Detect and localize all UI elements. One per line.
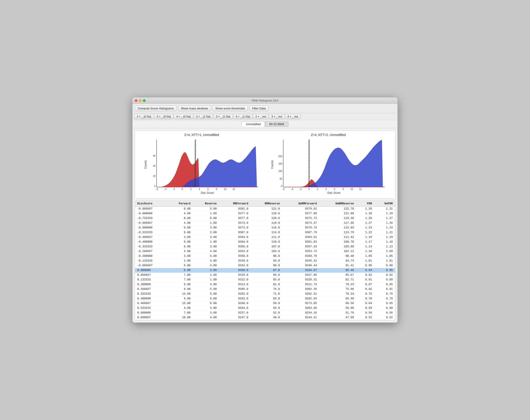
cell-20-7: 0.64 [356, 301, 374, 306]
tab-4plus-0da[interactable]: 4 + _ {0 Da} [174, 114, 193, 119]
table-row[interactable]: 0.2000009.004.009313.081.09311.7479.230.… [135, 282, 395, 287]
cell-10-8: 1.05 [374, 254, 395, 259]
table-row[interactable]: -0.0666676.004.009342.090.09340.4491.410… [135, 263, 395, 268]
cell-7-5: 9361.03 [282, 240, 319, 244]
tab-2plus-0da[interactable]: 2 + _ {0 Da} [134, 114, 154, 119]
cell-6-5: 9364.52 [282, 235, 319, 240]
cell-10-3: 9350.0 [219, 254, 250, 259]
close-button[interactable] [135, 99, 137, 102]
table-row[interactable]: 0.46666715.006.009268.059.09273.0560.560… [135, 301, 395, 306]
cell-18-2: 5.00 [193, 292, 219, 296]
svg-text:4: 4 [325, 188, 327, 190]
table-row[interactable]: 0.2666678.005.009305.076.09302.3575.060.… [135, 287, 395, 292]
cell-16-2: 4.00 [193, 282, 219, 287]
table-row[interactable]: -0.6000000.003.009373.0116.09370.74115.8… [135, 225, 395, 230]
tabs-row: 2 + _ {0 Da} 3 + _ {0 Da} 4 + _ {0 Da} 2… [132, 113, 398, 120]
table-row[interactable]: -0.2666673.004.009353.0103.09353.73102.1… [135, 249, 395, 254]
subtab-m15[interactable]: M+15.9949 [265, 122, 288, 127]
table-row[interactable]: 0.5333334.004.009264.055.09263.6656.000.… [135, 306, 395, 311]
cell-6-8: 1.19 [374, 235, 395, 240]
col-discscore: DiscScore [135, 201, 166, 207]
table-row[interactable]: -0.1333332.004.009348.094.09345.4194.741… [135, 259, 395, 263]
cell-1-1: 4.00 [166, 211, 193, 216]
filter-data-button[interactable]: Filter Data [249, 106, 269, 111]
table-row[interactable]: -0.8000004.001.009377.0120.09377.80121.0… [135, 211, 395, 216]
table-row[interactable]: 0.1333337.001.009322.085.09320.3182.710.… [135, 278, 395, 282]
cell-7-6: 108.70 [319, 240, 356, 244]
cell-15-0: 0.133333 [135, 278, 166, 282]
table-row[interactable]: -0.6666674.001.009373.0119.09373.37117.6… [135, 221, 395, 225]
chart-ntt2-title: Z=4, NTT=2, Unmodified [311, 133, 346, 137]
table-row[interactable]: -0.4000000.001.009364.0110.09361.03108.7… [135, 240, 395, 244]
table-row[interactable]: 0.33333313.005.009292.071.09292.5170.340… [135, 292, 395, 296]
cell-4-0: -0.600000 [135, 225, 166, 230]
minimize-button[interactable] [139, 99, 142, 102]
table-row[interactable]: -0.7333330.000.009377.0120.09375.73119.3… [135, 216, 395, 221]
tab-2plus-out[interactable]: 2 + _ out [253, 114, 268, 119]
svg-text:6: 6 [207, 188, 209, 190]
cell-1-4: 120.0 [250, 211, 282, 216]
svg-text:12: 12 [359, 188, 362, 190]
cell-16-7: 0.87 [356, 282, 374, 287]
show-score-thresholds-button[interactable]: Show score thresholds [212, 106, 248, 111]
cell-2-1: 0.00 [166, 216, 193, 221]
chart-ntt1-wrapper: Z=4, NTT=1, Unmodified Counts Disc Score… [139, 133, 264, 196]
cell-4-3: 9373.0 [219, 225, 250, 230]
svg-text:Disc Score: Disc Score [327, 191, 340, 195]
tab-2plus-1da[interactable]: 2 + _ {1 Da} [193, 114, 213, 119]
cell-5-5: 9367.79 [282, 230, 319, 235]
cell-21-0: 0.533333 [135, 306, 166, 311]
cell-0-1: 0.00 [166, 207, 193, 211]
cell-22-2: 3.00 [193, 311, 219, 315]
cell-10-2: 5.00 [193, 254, 219, 259]
tab-4plus-out[interactable]: 4 + _ out [285, 114, 301, 119]
table-row[interactable]: 0.0000006.003.009336.087.09334.6788.460.… [135, 268, 395, 273]
cell-8-7: 1.14 [356, 244, 374, 249]
data-table-container: DiscScore Forward Reverse RRForward RRRe… [135, 201, 395, 320]
svg-text:2: 2 [190, 188, 191, 190]
col-reverse: Reverse [193, 201, 219, 207]
tab-3plus-1da[interactable]: 3 + _ {1 Da} [213, 114, 233, 119]
svg-text:0: 0 [281, 185, 282, 187]
tab-4plus-1da[interactable]: 4 + _ {1 Da} [233, 114, 253, 119]
cell-22-8: 0.56 [374, 311, 395, 315]
cell-17-8: 0.81 [374, 287, 395, 292]
cell-2-5: 9375.73 [282, 216, 319, 221]
table-row[interactable]: -0.8666670.005.009381.0121.09379.61122.7… [135, 207, 395, 211]
cell-12-0: -0.066667 [135, 263, 166, 268]
cell-7-7: 1.17 [356, 240, 374, 244]
table-row[interactable]: 0.0666677.001.009329.086.09327.9685.670.… [135, 273, 395, 278]
table-row[interactable]: 0.6000007.003.009257.052.09254.1651.700.… [135, 311, 395, 315]
cell-12-4: 90.0 [250, 263, 282, 268]
cell-15-3: 9322.0 [219, 278, 250, 282]
compute-score-histograms-button[interactable]: Compute Score Histograms [135, 106, 177, 111]
col-forward: Forward [166, 201, 193, 207]
cell-11-3: 9348.0 [219, 259, 250, 263]
maximize-button[interactable] [143, 99, 146, 102]
svg-text:Disc Score: Disc Score [201, 191, 214, 195]
table-row[interactable]: -0.3333338.003.009356.0107.09357.43105.6… [135, 244, 395, 249]
cell-23-3: 9247.0 [219, 315, 250, 320]
table-row[interactable]: -0.4666673.003.009364.0111.09364.52111.4… [135, 235, 395, 240]
cell-6-6: 111.42 [319, 235, 356, 240]
cell-13-4: 87.0 [250, 268, 282, 273]
cell-21-1: 4.00 [166, 306, 193, 311]
main-window: PAW Histogram GUI Compute Score Histogra… [132, 98, 398, 322]
cell-11-7: 1.01 [356, 259, 374, 263]
cell-6-2: 3.00 [193, 235, 219, 240]
table-row[interactable]: 0.4000009.006.009283.065.09282.6465.400.… [135, 296, 395, 301]
tab-3plus-0da[interactable]: 3 + _ {0 Da} [154, 114, 174, 119]
table-row[interactable]: -0.2000003.005.009350.098.09349.7998.401… [135, 254, 395, 259]
cell-9-5: 9353.73 [282, 249, 319, 254]
svg-text:40: 40 [153, 165, 156, 167]
table-row[interactable]: -0.5333336.002.009367.0114.09367.79113.7… [135, 230, 395, 235]
tab-3plus-out[interactable]: 3 + _ out [269, 114, 284, 119]
cell-13-1: 6.00 [166, 268, 193, 273]
subtab-unmodified[interactable]: Unmodified [242, 122, 265, 127]
cell-17-5: 9302.35 [282, 287, 319, 292]
cell-22-4: 52.0 [250, 311, 282, 315]
show-mass-windows-button[interactable]: Show mass windows [178, 106, 211, 111]
cell-5-4: 114.0 [250, 230, 282, 235]
svg-text:6: 6 [334, 188, 335, 190]
table-row[interactable]: 0.66666710.004.009247.048.09244.2147.680… [135, 315, 395, 320]
